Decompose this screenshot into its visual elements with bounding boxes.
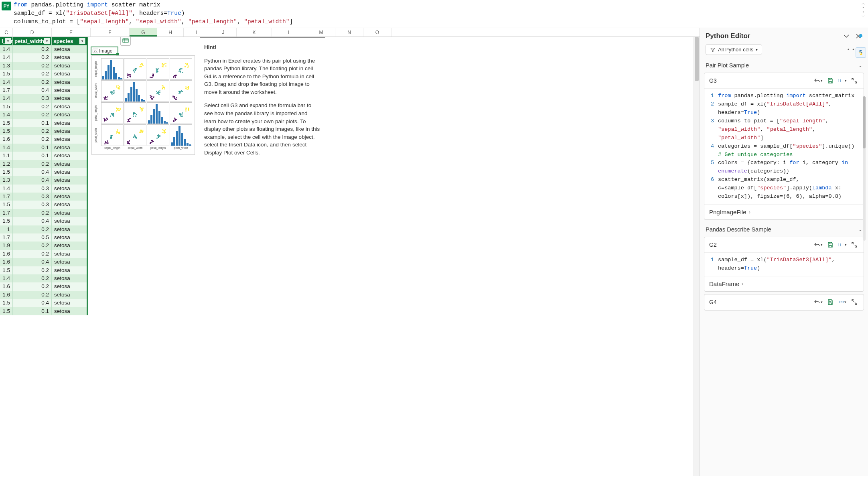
table-cell[interactable]: setosa [52, 258, 87, 266]
table-cell[interactable]: 1.9 [0, 242, 12, 250]
table-cell[interactable]: setosa [52, 282, 87, 290]
table-cell[interactable]: 1.5 [0, 307, 12, 315]
table-cell[interactable]: 1.4 [0, 144, 12, 152]
table-cell[interactable]: 1.5 [0, 217, 12, 225]
table-cell[interactable]: 0.2 [13, 291, 51, 299]
filter-dropdown[interactable]: All Python cells ▾ [706, 44, 762, 55]
table-cell[interactable]: 0.2 [13, 209, 51, 217]
table-cell[interactable]: setosa [52, 53, 87, 61]
output-type-button[interactable]: [ ]▾ [838, 76, 847, 85]
collapse-icon[interactable] [842, 32, 850, 40]
table-header[interactable]: species▾ [52, 37, 87, 45]
table-cell[interactable]: 1.4 [0, 53, 12, 61]
cell-result[interactable]: PngImageFile› [704, 204, 864, 219]
col-header-C[interactable]: C [0, 28, 13, 37]
table-cell[interactable]: 1.4 [0, 45, 12, 53]
table-cell[interactable]: setosa [52, 193, 87, 201]
table-cell[interactable]: 1.6 [0, 282, 12, 290]
table-cell[interactable]: 0.3 [13, 94, 51, 102]
table-cell[interactable]: 0.4 [13, 168, 51, 176]
table-cell[interactable]: 0.4 [13, 176, 51, 184]
col-header-K[interactable]: K [237, 28, 272, 37]
table-cell[interactable]: 0.2 [13, 45, 51, 53]
pair-plot-image[interactable]: sepal_lengthsepal_widthpetal_lengthpetal… [91, 55, 195, 155]
table-cell[interactable]: setosa [52, 201, 87, 209]
table-cell[interactable]: setosa [52, 135, 87, 143]
table-cell[interactable]: 0.1 [13, 152, 51, 160]
table-cell[interactable]: 0.2 [13, 78, 51, 86]
table-cell[interactable]: setosa [52, 291, 87, 299]
table-cell[interactable]: 1.4 [0, 78, 12, 86]
table-cell[interactable]: 1.7 [0, 233, 12, 242]
copilot-icon[interactable] [856, 31, 866, 42]
table-cell[interactable]: 1.7 [0, 193, 12, 201]
table-cell[interactable]: setosa [52, 217, 87, 225]
panel-scrollbar[interactable] [863, 96, 866, 241]
scroll-thumb[interactable] [695, 37, 699, 81]
cell-result[interactable]: DataFrame› [704, 276, 864, 291]
table-cell[interactable]: 1.5 [0, 103, 12, 111]
table-cell[interactable]: setosa [52, 209, 87, 217]
table-cell[interactable]: setosa [52, 250, 87, 258]
col-header-N[interactable]: N [335, 28, 363, 37]
output-type-button[interactable]: [ ]▾ [838, 240, 847, 249]
table-cell[interactable]: setosa [52, 160, 87, 168]
table-cell[interactable]: setosa [52, 111, 87, 119]
table-cell[interactable]: setosa [52, 266, 87, 274]
table-cell[interactable]: 0.2 [13, 225, 51, 233]
table-cell[interactable]: 0.2 [13, 103, 51, 111]
table-cell[interactable]: setosa [52, 274, 87, 282]
table-cell[interactable]: setosa [52, 62, 87, 70]
table-cell[interactable]: 0.2 [13, 266, 51, 274]
table-cell[interactable]: 1.7 [0, 209, 12, 217]
table-cell[interactable]: 0.4 [13, 258, 51, 266]
table-cell[interactable]: setosa [52, 78, 87, 86]
table-cell[interactable]: 1.6 [0, 250, 12, 258]
table-cell[interactable]: setosa [52, 176, 87, 184]
undo-button[interactable]: ▾ [814, 240, 823, 249]
formula-code[interactable]: from pandas.plotting import scatter_matr… [14, 1, 858, 26]
output-type-button[interactable]: 123▾ [838, 298, 847, 306]
table-cell[interactable]: 0.1 [13, 307, 51, 315]
expand-button[interactable] [850, 240, 859, 249]
code-body[interactable]: 1from pandas.plotting import scatter_mat… [704, 89, 864, 204]
table-cell[interactable]: 1.5 [0, 119, 12, 127]
table-cell[interactable]: 0.2 [13, 250, 51, 258]
table-cell[interactable]: 1.1 [0, 152, 12, 160]
table-cell[interactable]: 0.2 [13, 242, 51, 250]
table-cell[interactable]: setosa [52, 233, 87, 242]
filter-icon[interactable]: ▾ [5, 38, 11, 44]
table-cell[interactable]: 0.2 [13, 135, 51, 143]
table-cell[interactable]: setosa [52, 45, 87, 53]
vertical-scrollbar[interactable] [694, 37, 700, 476]
col-header-E[interactable]: E [52, 28, 91, 37]
table-cell[interactable]: 0.3 [13, 201, 51, 209]
section-pandas-describe[interactable]: Pandas Describe Sample ⌄ [703, 222, 865, 237]
table-cell[interactable]: 1.3 [0, 62, 12, 70]
filter-icon[interactable]: ▾ [79, 38, 85, 44]
table-cell[interactable]: 1.7 [0, 86, 12, 94]
col-header-O[interactable]: O [363, 28, 391, 37]
table-cell[interactable]: 1.4 [0, 185, 12, 193]
table-cell[interactable]: 0.2 [13, 160, 51, 168]
table-cell[interactable]: 1.5 [0, 70, 12, 78]
table-header[interactable]: l_length▾ [0, 37, 12, 45]
table-cell[interactable]: 0.3 [13, 193, 51, 201]
col-header-L[interactable]: L [272, 28, 307, 37]
table-cell[interactable]: 0.5 [13, 233, 51, 242]
table-header[interactable]: petal_width▾ [13, 37, 51, 45]
table-cell[interactable]: 0.1 [13, 119, 51, 127]
table-cell[interactable]: setosa [52, 307, 87, 315]
filter-icon[interactable]: ▾ [44, 38, 50, 44]
table-cell[interactable]: 0.2 [13, 70, 51, 78]
table-cell[interactable]: setosa [52, 225, 87, 233]
insert-data-button[interactable] [120, 37, 131, 46]
save-button[interactable] [826, 298, 835, 306]
table-cell[interactable]: 1.6 [0, 258, 12, 266]
table-cell[interactable]: 1.4 [0, 274, 12, 282]
col-header-F[interactable]: F [91, 28, 130, 37]
undo-button[interactable]: ▾ [814, 298, 823, 306]
table-cell[interactable]: setosa [52, 70, 87, 78]
table-cell[interactable]: 0.4 [13, 217, 51, 225]
col-header-D[interactable]: D [13, 28, 52, 37]
